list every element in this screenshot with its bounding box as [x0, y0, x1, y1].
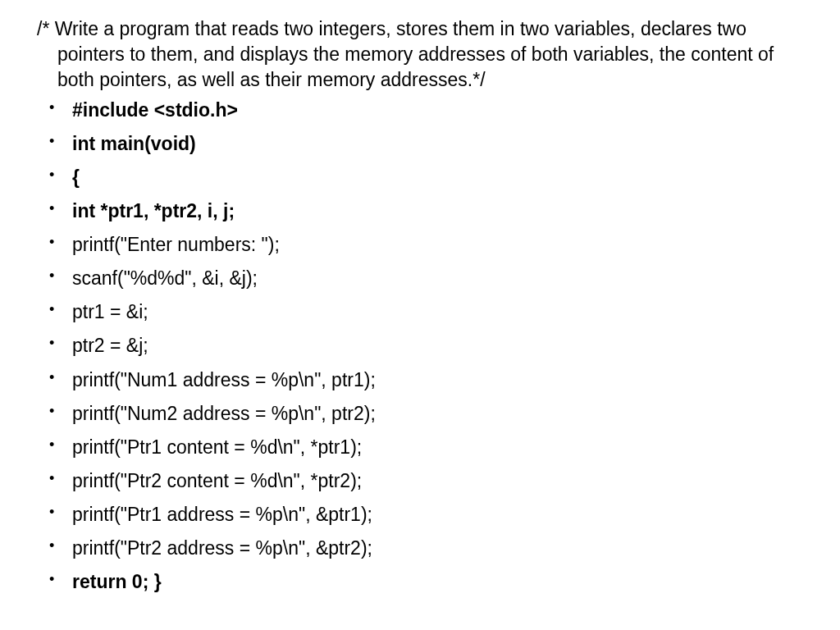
code-text: printf("Ptr1 address = %p\n", &ptr1); — [72, 504, 372, 525]
code-text: int *ptr1, *ptr2, i, j; — [72, 200, 235, 221]
code-text: printf("Ptr2 content = %d\n", *ptr2); — [72, 470, 362, 491]
code-comment: /* Write a program that reads two intege… — [25, 16, 815, 93]
code-line: scanf("%d%d", &i, &j); — [25, 266, 815, 291]
code-line: ptr2 = &j; — [25, 333, 815, 358]
code-text: ptr2 = &j; — [72, 335, 148, 356]
code-text: printf("Enter numbers: "); — [72, 234, 280, 255]
code-text: #include <stdio.h> — [72, 99, 238, 121]
code-line: ptr1 = &i; — [25, 299, 815, 325]
code-line: printf("Ptr2 address = %p\n", &ptr2); — [25, 536, 815, 561]
code-text: { — [72, 167, 80, 188]
code-line: printf("Num1 address = %p\n", ptr1); — [25, 368, 815, 393]
code-text: int main(void) — [72, 133, 196, 154]
code-line: printf("Ptr1 address = %p\n", &ptr1); — [25, 502, 815, 527]
code-text: printf("Ptr1 content = %d\n", *ptr1); — [72, 436, 362, 458]
code-line: { — [25, 165, 815, 190]
code-line: printf("Ptr1 content = %d\n", *ptr1); — [25, 435, 815, 460]
code-line: printf("Num2 address = %p\n", ptr2); — [25, 401, 815, 427]
code-line: printf("Enter numbers: "); — [25, 232, 815, 258]
code-line: int main(void) — [25, 131, 815, 157]
code-text: printf("Num2 address = %p\n", ptr2); — [72, 403, 376, 424]
code-line: int *ptr1, *ptr2, i, j; — [25, 199, 815, 224]
code-text: ptr1 = &i; — [72, 301, 148, 322]
code-line: printf("Ptr2 content = %d\n", *ptr2); — [25, 468, 815, 494]
code-line: #include <stdio.h> — [25, 98, 815, 123]
code-line: return 0; } — [25, 569, 815, 595]
code-text: scanf("%d%d", &i, &j); — [72, 267, 258, 289]
code-text: printf("Ptr2 address = %p\n", &ptr2); — [72, 537, 372, 559]
code-text: return 0; } — [72, 571, 162, 592]
code-list: #include <stdio.h>int main(void){int *pt… — [25, 98, 815, 595]
code-text: printf("Num1 address = %p\n", ptr1); — [72, 369, 376, 390]
